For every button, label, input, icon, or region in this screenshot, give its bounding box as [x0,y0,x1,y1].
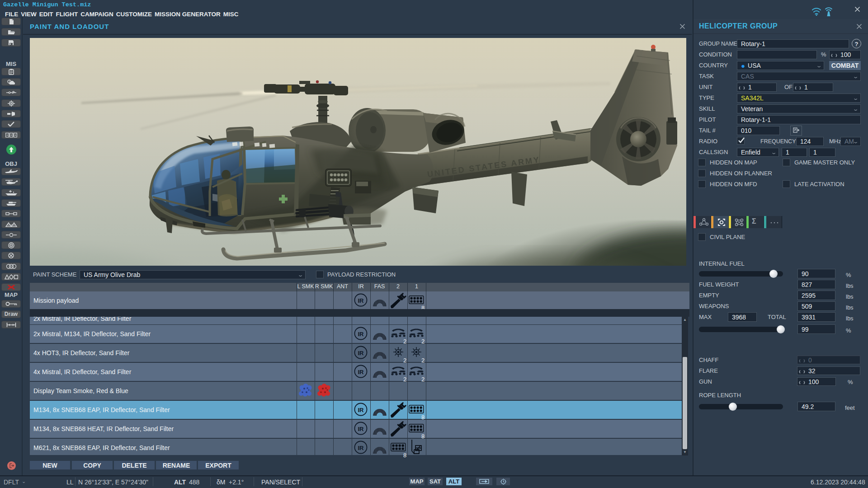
svg-text:IR: IR [358,445,364,451]
svg-text:IR: IR [358,407,364,413]
svg-text:IR: IR [358,369,364,375]
svg-text:IR: IR [358,350,364,357]
svg-text:IR: IR [358,426,364,432]
svg-text:IR: IR [358,331,364,338]
svg-text:IR: IR [358,297,364,304]
